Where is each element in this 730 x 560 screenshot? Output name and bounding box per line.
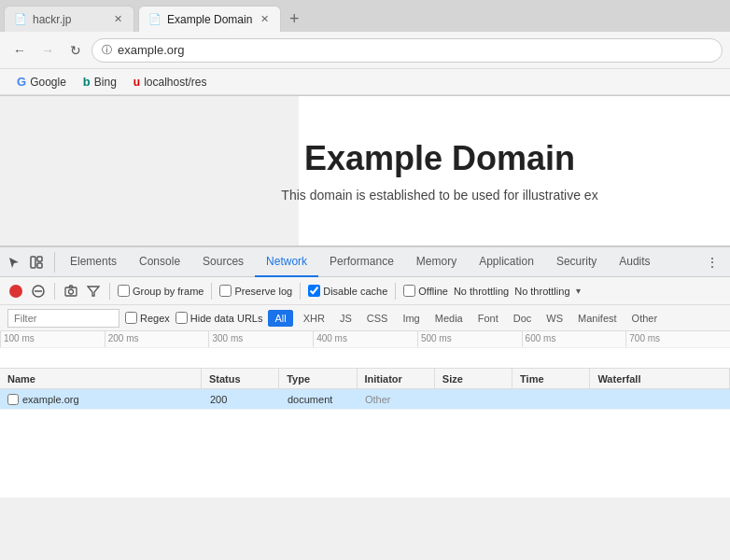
tab-audits[interactable]: Audits [608, 247, 661, 277]
cell-name: example.org [0, 389, 203, 409]
group-by-frames-label: Group by frame [133, 286, 204, 297]
group-by-frames-checkbox[interactable]: Group by frame [118, 285, 204, 297]
hide-data-urls-input[interactable] [175, 312, 188, 324]
col-header-time[interactable]: Time [512, 369, 590, 388]
tab-memory[interactable]: Memory [405, 247, 468, 277]
tab-network[interactable]: Network [255, 247, 318, 277]
tick-100: 100 ms [0, 331, 105, 347]
tab-sources-label: Sources [203, 255, 244, 268]
tab-console-label: Console [139, 255, 180, 268]
bookmark-google[interactable]: G Google [9, 72, 74, 91]
toolbar-divider-5 [395, 283, 396, 300]
filter-other-button[interactable]: Other [627, 312, 663, 325]
devtools-more-button[interactable]: ⋮ [698, 251, 726, 273]
regex-input[interactable] [125, 312, 137, 324]
tab-hackr-close[interactable]: ✕ [111, 13, 124, 26]
filter-doc-button[interactable]: Doc [509, 312, 537, 325]
col-header-name[interactable]: Name [0, 369, 202, 388]
tab-elements-label: Elements [70, 255, 117, 268]
toolbar-divider-4 [300, 283, 301, 300]
tab-elements[interactable]: Elements [59, 247, 128, 277]
col-header-type[interactable]: Type [279, 369, 357, 388]
regex-label: Regex [140, 313, 170, 324]
clear-button[interactable] [30, 283, 47, 300]
bookmark-bing[interactable]: b Bing [76, 72, 124, 91]
forward-button[interactable]: → [35, 38, 60, 63]
devtools-layout-icon[interactable] [26, 252, 47, 273]
tab-application[interactable]: Application [468, 247, 545, 277]
tab-security[interactable]: Security [545, 247, 608, 277]
throttle-label-text[interactable]: No throttling [514, 286, 569, 297]
col-header-initiator[interactable]: Initiator [358, 369, 435, 388]
tab-bar: 📄 hackr.jp ✕ 📄 Example Domain ✕ + [0, 0, 730, 32]
cell-initiator: Other [358, 389, 435, 409]
throttle-chevron[interactable]: ▾ [576, 286, 581, 296]
table-header: Name Status Type Initiator Size Time Wat… [0, 369, 730, 389]
tab-hackr-label: hackr.jp [33, 13, 71, 26]
tab-hackr[interactable]: 📄 hackr.jp ✕ [4, 6, 134, 32]
hide-data-urls-checkbox[interactable]: Hide data URLs [175, 312, 263, 324]
page-title: Example Domain [281, 139, 597, 178]
tab-application-label: Application [479, 255, 534, 268]
camera-button[interactable] [63, 283, 79, 300]
tick-500: 500 ms [417, 331, 522, 347]
devtools-tab-bar: Elements Console Sources Network Perform… [0, 247, 730, 277]
svg-rect-0 [31, 257, 35, 268]
devtools-pointer-icon[interactable] [4, 252, 24, 273]
filter-font-button[interactable]: Font [473, 312, 503, 325]
offline-checkbox[interactable]: Offline [403, 285, 448, 297]
network-table: Name Status Type Initiator Size Time Wat… [0, 369, 730, 497]
table-row[interactable]: example.org 200 document Other [0, 389, 730, 410]
new-tab-button[interactable]: + [281, 6, 307, 32]
disable-cache-input[interactable] [308, 285, 320, 297]
toolbar-divider-2 [109, 283, 110, 300]
filter-button[interactable] [85, 283, 102, 300]
tab-page-icon2: 📄 [148, 13, 161, 25]
filter-xhr-button[interactable]: XHR [299, 312, 330, 325]
tab-performance[interactable]: Performance [318, 247, 405, 277]
timeline-bar-area [0, 348, 730, 369]
tick-300: 300 ms [208, 331, 313, 347]
cell-waterfall [590, 389, 730, 409]
devtools-panel: Elements Console Sources Network Perform… [0, 245, 730, 497]
page-subtitle: This domain is established to be used fo… [281, 188, 597, 203]
regex-checkbox[interactable]: Regex [125, 312, 170, 324]
back-button[interactable]: ← [7, 38, 32, 63]
table-empty-space [0, 410, 730, 466]
svg-marker-7 [88, 287, 99, 296]
throttle-select[interactable]: No throttling [454, 286, 509, 297]
tab-console[interactable]: Console [128, 247, 191, 277]
record-button[interactable] [7, 283, 24, 300]
cell-size [435, 389, 512, 409]
filter-css-button[interactable]: CSS [362, 312, 393, 325]
group-by-frames-input[interactable] [118, 285, 130, 297]
filter-input[interactable] [7, 309, 119, 328]
bookmarks-bar: G Google b Bing u localhost/res [0, 69, 730, 95]
address-bar[interactable]: ⓘ example.org [91, 38, 723, 63]
disable-cache-checkbox[interactable]: Disable cache [308, 285, 387, 297]
tab-example-close[interactable]: ✕ [258, 13, 271, 26]
browser-chrome: 📄 hackr.jp ✕ 📄 Example Domain ✕ + ← → ↻ … [0, 0, 730, 96]
filter-media-button[interactable]: Media [430, 312, 468, 325]
col-header-status[interactable]: Status [202, 369, 279, 388]
col-header-waterfall[interactable]: Waterfall [590, 369, 730, 388]
tab-example[interactable]: 📄 Example Domain ✕ [138, 6, 281, 32]
filter-all-button[interactable]: All [268, 310, 292, 327]
toolbar-divider-1 [54, 283, 55, 300]
filter-js-button[interactable]: JS [335, 312, 357, 325]
devtools-toolbar: Group by frame Preserve log Disable cach… [0, 277, 730, 305]
refresh-button[interactable]: ↻ [63, 38, 88, 63]
preserve-log-input[interactable] [219, 285, 232, 297]
row-checkbox[interactable] [7, 394, 19, 405]
bookmark-localhost[interactable]: u localhost/res [126, 73, 215, 91]
tab-sources[interactable]: Sources [191, 247, 255, 277]
preserve-log-checkbox[interactable]: Preserve log [219, 285, 292, 297]
filter-ws-button[interactable]: WS [541, 312, 568, 325]
offline-input[interactable] [403, 285, 415, 297]
devtools-icon-group [4, 252, 55, 273]
filter-img-button[interactable]: Img [398, 312, 424, 325]
col-header-size[interactable]: Size [435, 369, 512, 388]
filter-manifest-button[interactable]: Manifest [573, 312, 622, 325]
row-name: example.org [22, 394, 79, 405]
timeline-ruler: 100 ms 200 ms 300 ms 400 ms 500 ms 600 m… [0, 331, 730, 348]
